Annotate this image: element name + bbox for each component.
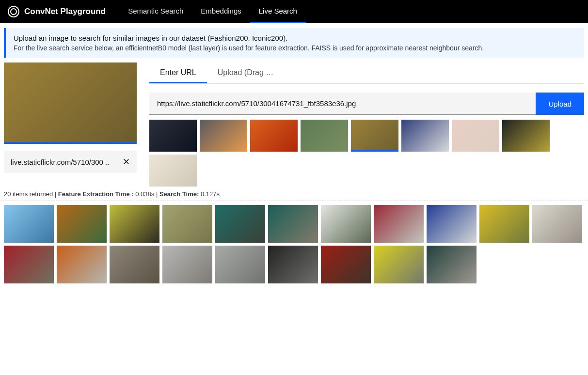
result-silver-sedan[interactable] xyxy=(162,246,212,283)
banner-line1: Upload an image to search for similar im… xyxy=(14,34,576,42)
nav-item-semantic-search[interactable]: Semantic Search xyxy=(119,0,192,23)
result-black-car[interactable] xyxy=(268,246,318,283)
query-column: live.staticflickr.com/5710/300 .. ✕ xyxy=(4,62,138,187)
url-row: Upload xyxy=(149,93,584,115)
result-teal-beetle-2[interactable] xyxy=(268,205,318,243)
extract-time: 0.038s xyxy=(135,190,154,198)
url-input[interactable] xyxy=(149,93,536,115)
brand-title: ConvNet Playground xyxy=(24,7,106,16)
result-blue-white-beetle[interactable] xyxy=(427,205,477,243)
result-white-beetle[interactable] xyxy=(532,205,582,243)
result-grey-beetle-cobble[interactable] xyxy=(110,246,159,283)
url-chip: live.staticflickr.com/5710/300 .. ✕ xyxy=(4,151,137,173)
tab-upload-drag[interactable]: Upload (Drag n Dr... xyxy=(207,62,285,83)
items-returned: 20 items returned xyxy=(4,190,53,198)
banner-line2: For the live search service below, an ef… xyxy=(14,44,576,52)
result-yellow-beetle-lot[interactable] xyxy=(374,246,424,283)
sample-orange-slices[interactable] xyxy=(250,120,298,152)
result-red-beetle[interactable] xyxy=(374,205,424,243)
brand-logo-icon xyxy=(8,6,19,17)
result-teal-beetle-1[interactable] xyxy=(215,205,265,243)
main-layout: live.staticflickr.com/5710/300 .. ✕ Ente… xyxy=(0,62,588,187)
result-orange-beetle-road[interactable] xyxy=(57,246,107,283)
search-label: Search Time: xyxy=(159,190,199,198)
result-red-pickup-house[interactable] xyxy=(321,246,371,283)
url-chip-text: live.staticflickr.com/5710/300 .. xyxy=(11,158,109,166)
sample-stonehenge[interactable] xyxy=(200,120,247,152)
result-tan-beetle-field[interactable] xyxy=(162,205,212,243)
query-image[interactable] xyxy=(4,62,137,144)
result-yellow-beetle-show[interactable] xyxy=(110,205,159,243)
extract-label: Feature Extraction Time : xyxy=(58,190,134,198)
result-white-pickup[interactable] xyxy=(321,205,371,243)
sample-grey-shoes[interactable] xyxy=(149,155,197,187)
search-time: 0.127s xyxy=(201,190,220,198)
sample-red-car-road[interactable] xyxy=(301,120,348,152)
sample-blue-dress[interactable] xyxy=(401,120,449,152)
result-red-beetle-street[interactable] xyxy=(4,246,54,283)
close-icon[interactable]: ✕ xyxy=(123,156,130,167)
result-blue-pickup-city[interactable] xyxy=(4,205,54,243)
nav-item-embeddings[interactable]: Embeddings xyxy=(192,0,250,23)
sample-pink-flats[interactable] xyxy=(452,120,499,152)
nav-item-live-search[interactable]: Live Search xyxy=(250,0,306,23)
sample-black-sneakers[interactable] xyxy=(502,120,550,152)
input-column: Enter URLUpload (Drag n Dr... Upload xyxy=(149,62,584,187)
top-nav: ConvNet Playground Semantic SearchEmbedd… xyxy=(0,0,588,23)
brand[interactable]: ConvNet Playground xyxy=(5,6,112,17)
sample-vintage-car[interactable] xyxy=(351,120,398,152)
result-silver-pickup[interactable] xyxy=(215,246,265,283)
upload-button[interactable]: Upload xyxy=(536,93,584,115)
tab-enter-url[interactable]: Enter URL xyxy=(149,62,207,83)
sample-images xyxy=(149,120,584,187)
result-orange-beetle-park[interactable] xyxy=(57,205,107,243)
result-dark-teal-beetle[interactable] xyxy=(427,246,477,283)
sample-eiffel-tower[interactable] xyxy=(149,120,197,152)
input-tabs: Enter URLUpload (Drag n Dr... xyxy=(149,62,584,84)
nav-items: Semantic SearchEmbeddingsLive Search xyxy=(119,0,306,23)
stats-line: 20 items returned | Feature Extraction T… xyxy=(0,187,588,201)
results-grid xyxy=(0,201,588,287)
info-banner: Upload an image to search for similar im… xyxy=(4,28,584,58)
result-yellow-beetle-grass[interactable] xyxy=(479,205,529,243)
